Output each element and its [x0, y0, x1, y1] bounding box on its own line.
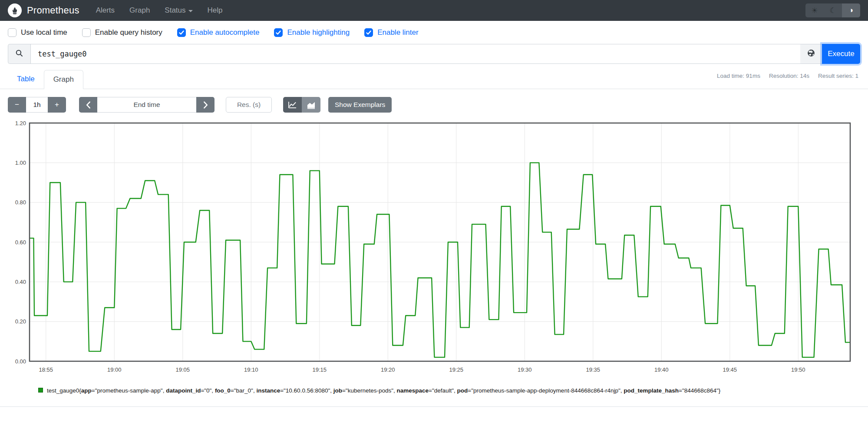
prometheus-logo-icon: [8, 3, 22, 17]
checked-checkbox-icon[interactable]: [364, 28, 373, 37]
svg-text:0.40: 0.40: [15, 279, 26, 285]
range-group: − 1h +: [8, 97, 66, 113]
svg-text:19:40: 19:40: [654, 366, 669, 373]
theme-toggle-group: ☀☾◑: [805, 3, 860, 17]
checkbox-label: Enable linter: [377, 28, 419, 37]
svg-text:0.00: 0.00: [15, 358, 26, 365]
line-chart-button[interactable]: [283, 97, 302, 113]
svg-text:1.00: 1.00: [15, 160, 26, 166]
execute-button[interactable]: Execute: [822, 44, 860, 64]
svg-text:19:35: 19:35: [586, 366, 601, 373]
svg-text:0.60: 0.60: [15, 239, 26, 246]
increase-range-button[interactable]: +: [48, 97, 66, 113]
checkbox-enable-query-history[interactable]: Enable query history: [82, 28, 162, 37]
resolution-input[interactable]: Res. (s): [226, 97, 272, 113]
svg-text:19:10: 19:10: [244, 366, 258, 373]
search-icon: [15, 49, 23, 59]
chart-type-toggle: [283, 97, 320, 113]
decrease-range-button[interactable]: −: [8, 97, 26, 113]
checkbox-label: Enable highlighting: [287, 28, 350, 37]
forward-time-button[interactable]: [196, 97, 215, 113]
range-input[interactable]: 1h: [26, 97, 48, 113]
checkbox-use-local-time[interactable]: Use local time: [8, 28, 67, 37]
stacked-chart-button[interactable]: [302, 97, 320, 113]
svg-text:19:45: 19:45: [723, 366, 737, 373]
tab-graph[interactable]: Graph: [44, 70, 83, 89]
options-bar: Use local timeEnable query historyEnable…: [0, 21, 868, 43]
svg-text:0.80: 0.80: [15, 199, 26, 206]
navbar: Prometheus AlertsGraphStatusHelp ☀☾◑: [0, 0, 868, 21]
checkbox-enable-highlighting[interactable]: Enable highlighting: [274, 28, 350, 37]
svg-text:19:05: 19:05: [176, 366, 190, 373]
tab-table[interactable]: Table: [8, 70, 44, 89]
auto-contrast-icon[interactable]: ◑: [842, 3, 860, 17]
series-swatch: [38, 388, 43, 393]
query-bar: test_gauge0 Execute: [8, 44, 860, 64]
checkbox-label: Enable query history: [95, 28, 162, 37]
endtime-group: End time: [79, 97, 215, 113]
svg-text:19:25: 19:25: [449, 366, 464, 373]
unchecked-checkbox-icon[interactable]: [8, 28, 17, 37]
nav-item-help[interactable]: Help: [208, 6, 223, 15]
metrics-explorer-button[interactable]: [800, 44, 822, 64]
unchecked-checkbox-icon[interactable]: [82, 28, 91, 37]
nav-item-graph[interactable]: Graph: [129, 6, 150, 15]
stat-item: Load time: 91ms: [717, 73, 760, 79]
nav-item-status[interactable]: Status: [165, 6, 192, 15]
svg-text:19:15: 19:15: [313, 366, 327, 373]
nav-links: AlertsGraphStatusHelp: [96, 6, 805, 15]
globe-icon: [807, 49, 815, 59]
chevron-down-icon: [188, 10, 193, 12]
nav-item-alerts[interactable]: Alerts: [96, 6, 115, 15]
back-time-button[interactable]: [79, 97, 97, 113]
checkbox-label: Enable autocomplete: [190, 28, 260, 37]
series-label-text: test_gauge0{app="prometheus-sample-app",…: [47, 386, 720, 395]
checkbox-enable-linter[interactable]: Enable linter: [364, 28, 419, 37]
sun-icon[interactable]: ☀: [805, 3, 824, 17]
end-time-input[interactable]: End time: [97, 97, 196, 113]
svg-text:19:30: 19:30: [518, 366, 532, 373]
svg-text:19:50: 19:50: [791, 366, 805, 373]
query-stats: Load time: 91msResolution: 14sResult ser…: [717, 73, 858, 79]
time-series-chart[interactable]: 0.000.200.400.600.801.001.2018:5519:0019…: [8, 119, 860, 375]
stat-item: Resolution: 14s: [769, 73, 809, 79]
checkbox-label: Use local time: [21, 28, 67, 37]
svg-text:1.20: 1.20: [15, 120, 26, 126]
search-addon: [8, 44, 30, 64]
svg-text:19:00: 19:00: [107, 366, 122, 373]
svg-text:19:20: 19:20: [381, 366, 395, 373]
stat-item: Result series: 1: [818, 73, 858, 79]
moon-icon[interactable]: ☾: [824, 3, 842, 17]
series-legend[interactable]: test_gauge0{app="prometheus-sample-app",…: [38, 386, 868, 395]
bottom-divider: [0, 406, 868, 407]
tabs-row: Table Graph Load time: 91msResolution: 1…: [0, 70, 868, 89]
svg-text:0.20: 0.20: [15, 318, 26, 325]
brand[interactable]: Prometheus: [8, 3, 79, 17]
brand-name: Prometheus: [27, 5, 79, 16]
checked-checkbox-icon[interactable]: [274, 28, 283, 37]
graph-panel: 0.000.200.400.600.801.001.2018:5519:0019…: [8, 119, 860, 377]
graph-controls: − 1h + End time Res. (s) Show Exemplars: [8, 97, 860, 113]
svg-text:18:55: 18:55: [39, 366, 53, 373]
show-exemplars-button[interactable]: Show Exemplars: [328, 97, 392, 113]
checked-checkbox-icon[interactable]: [177, 28, 186, 37]
expression-input[interactable]: test_gauge0: [30, 44, 800, 64]
checkbox-enable-autocomplete[interactable]: Enable autocomplete: [177, 28, 260, 37]
